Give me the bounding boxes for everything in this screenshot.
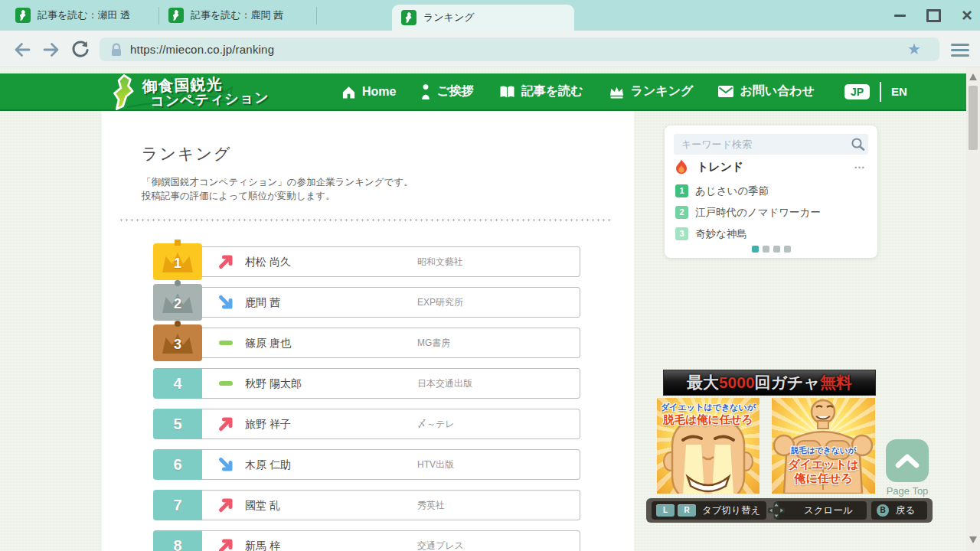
url-bar[interactable]: https://miecon.co.jp/ranking ★ [100,37,939,61]
nav-articles[interactable]: 記事を読む [499,83,583,99]
open-book-icon [499,85,515,99]
ad-banner-gacha[interactable]: 最大5000回ガチャ無料 [663,370,876,396]
ad-text-main: ダイエットは [772,458,875,472]
carousel-dot[interactable] [752,246,759,253]
page-viewport: 御食国鋭光 コンペティション Home ご挨拶 記事を読む [0,67,980,551]
ranking-row[interactable]: 3篠原 唐也MG書房 [153,328,580,358]
trend-rank-badge: 3 [675,227,688,240]
ad-diet[interactable]: 脱毛はできないが ダイエットは 俺に任せろ [772,398,875,494]
lang-en-button[interactable]: EN [891,85,907,98]
chevron-up-icon [894,453,920,468]
reload-icon[interactable] [70,40,90,60]
scrollbar-thumb[interactable] [969,86,978,150]
trend-flat-icon [217,334,234,351]
lang-jp-button[interactable]: JP [844,84,870,99]
ranking-row[interactable]: 1村松 尚久昭和文藝社 [153,246,580,277]
logo-line2: コンペティション [150,90,270,109]
site-favicon-icon [168,8,184,23]
page-description-line2: 投稿記事の評価によって順位が変動します。 [142,190,335,203]
ranking-list: 1村松 尚久昭和文藝社2鹿間 茜EXP研究所3篠原 唐也MG書房4秋野 陽太郎日… [153,246,580,551]
ranking-row[interactable]: 7國堂 乱秀英社 [153,490,580,520]
search-icon[interactable] [851,137,865,155]
trend-label: あじさいの季節 [695,182,769,201]
entrant-company: EXP研究所 [417,287,463,318]
lang-separator [880,82,881,102]
crown-icon [609,85,625,99]
entrant-company: 秀英社 [417,490,445,520]
trend-label: 江戸時代のノマドワーカー [695,204,821,222]
nav-greeting[interactable]: ご挨拶 [421,83,473,99]
trend-up-icon [217,497,234,514]
ranking-row[interactable]: 5旅野 祥子〆～テレ [153,409,580,439]
entrant-name: 村松 尚久 [245,246,291,277]
site-menu: Home ご挨拶 記事を読む ランキング お問い合わせ [341,73,907,109]
controller-hints: L R タブ切り替え スクロール B 戻る [646,498,933,523]
close-icon[interactable]: × [959,7,975,24]
page-top-button[interactable] [886,439,929,482]
trend-down-icon [217,294,234,311]
ranking-row[interactable]: 2鹿間 茜EXP研究所 [153,287,580,318]
carousel-dot[interactable] [763,246,769,253]
nav-ranking[interactable]: ランキング [609,83,694,99]
rank-badge: 3 [153,324,202,361]
ad-hair-removal[interactable]: ダイエットはできないが 脱毛は俺に任せろ [657,398,760,494]
maximize-icon[interactable] [925,7,942,24]
trend-title: トレンド [697,160,743,174]
back-icon[interactable] [12,40,32,60]
entrant-name: 木原 仁助 [245,449,291,480]
ad-text-top: ダイエットはできないが [657,402,760,413]
page-title: ランキング [142,143,231,165]
trend-rank-badge: 2 [675,206,688,219]
hint-tab-switch: L R タブ切り替え [652,501,766,520]
window-controls: × [891,0,975,31]
mie-shape-icon [110,74,138,110]
trend-more-button[interactable]: … [854,158,867,171]
tab-article-seta[interactable]: 記事を読む：瀬田 透 [6,0,158,31]
main-content: ランキング 「御饌国鋭才コンペティション」の参加企業ランキングです。 投稿記事の… [102,111,634,551]
site-navbar: 御食国鋭光 コンペティション Home ご挨拶 記事を読む [0,73,966,111]
entrant-name: 秋野 陽太郎 [245,368,302,399]
ranking-row[interactable]: 8新馬 梓交通プレス [153,530,580,551]
trend-item[interactable]: 3奇妙な神島 [675,225,870,246]
r-button-icon: R [678,504,696,517]
tab-title: 記事を読む：鹿間 茜 [191,8,283,22]
scroll-down-icon[interactable] [969,536,977,543]
envelope-icon [718,86,733,97]
search-input[interactable] [674,134,868,155]
ranking-row[interactable]: 6木原 仁助HTV出版 [153,449,580,480]
hint-back: B 戻る [871,501,927,520]
entrant-company: 交通プレス [417,530,464,551]
tab-article-kanoma[interactable]: 記事を読む：鹿間 茜 [159,0,316,31]
trend-item[interactable]: 1あじさいの季節 [675,182,870,204]
scroll-up-icon[interactable] [969,73,977,80]
tab-title: ランキング [423,11,475,24]
trend-item[interactable]: 2江戸時代のノマドワーカー [675,204,870,225]
tab-title: 記事を読む：瀬田 透 [38,8,130,22]
browser-window: 記事を読む：瀬田 透 記事を読む：鹿間 茜 ランキング × [0,0,980,551]
entrant-name: 新馬 梓 [245,530,280,551]
nav-contact[interactable]: お問い合わせ [718,83,815,99]
flame-icon [675,159,688,175]
titlebar: 記事を読む：瀬田 透 記事を読む：鹿間 茜 ランキング × [0,0,980,31]
bookmark-star-icon[interactable]: ★ [907,40,921,58]
entrant-company: 昭和文藝社 [417,246,463,277]
ranking-row[interactable]: 4秋野 陽太郎日本交通出版 [153,368,580,399]
url-text: https://miecon.co.jp/ranking [130,43,274,56]
entrant-name: 篠原 唐也 [245,328,291,358]
home-icon [341,85,356,99]
forward-icon[interactable] [41,40,61,60]
nav-home[interactable]: Home [341,85,396,99]
ad-text-main2: 俺に任せろ [772,471,875,486]
trend-header: トレンド [675,159,743,175]
trend-down-icon [217,456,234,473]
entrant-company: MG書房 [417,328,450,358]
ad-illustration-face [657,417,760,494]
minimize-icon[interactable] [891,7,908,24]
trend-rank-badge: 1 [675,184,688,197]
carousel-dot[interactable] [773,246,780,253]
trend-flat-icon [217,375,234,392]
carousel-dot[interactable] [784,246,791,253]
site-logo[interactable]: 御食国鋭光 コンペティション [110,74,269,110]
hamburger-menu-icon[interactable] [951,44,969,57]
tab-ranking-active[interactable]: ランキング [392,5,574,31]
